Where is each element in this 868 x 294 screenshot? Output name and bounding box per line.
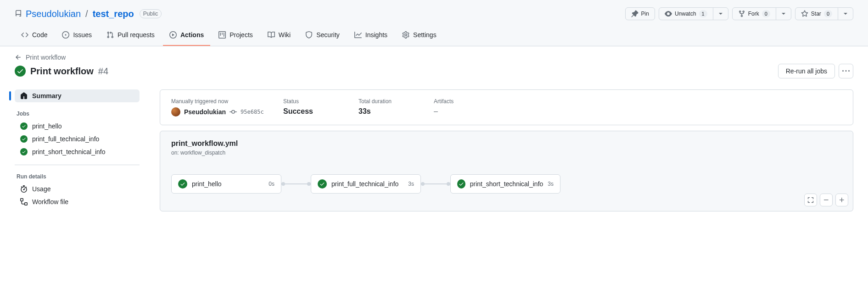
workflow-file-name[interactable]: print_workflow.yml bbox=[171, 139, 842, 148]
sidebar-item-label: print_short_technical_info bbox=[32, 148, 106, 155]
back-link[interactable]: Print workflow bbox=[26, 54, 66, 61]
repo-title: Pseudolukian / test_repo Public bbox=[15, 9, 162, 19]
actions-icon bbox=[169, 31, 177, 39]
job-duration: 3s bbox=[408, 181, 414, 187]
insights-icon bbox=[354, 31, 362, 39]
fork-icon bbox=[738, 10, 745, 17]
tab-issues[interactable]: Issues bbox=[56, 28, 98, 46]
job-name: print_hello bbox=[192, 180, 264, 188]
repo-name-link[interactable]: test_repo bbox=[93, 9, 134, 19]
repo-header: Pseudolukian / test_repo Public Pin Unwa… bbox=[0, 0, 868, 46]
job-card-print-hello[interactable]: print_hello 0s bbox=[171, 174, 281, 194]
summary-panel: Manually triggered now Pseudolukian 95e6… bbox=[160, 89, 853, 125]
zoom-controls bbox=[804, 194, 848, 206]
tab-code[interactable]: Code bbox=[15, 28, 54, 46]
run-details-heading: Run details bbox=[15, 173, 140, 180]
run-number: #4 bbox=[98, 66, 108, 77]
pin-button[interactable]: Pin bbox=[625, 7, 655, 20]
divider bbox=[15, 165, 140, 165]
duration-value: 33s bbox=[358, 107, 423, 116]
sidebar-job-print-full-technical-info[interactable]: print_full_technical_info bbox=[15, 133, 140, 145]
job-graph[interactable]: print_hello 0s print_full_technical_info… bbox=[171, 174, 842, 194]
unwatch-button[interactable]: Unwatch 1 bbox=[659, 7, 713, 20]
actor-link[interactable]: Pseudolukian bbox=[184, 108, 226, 116]
commit-sha-link[interactable]: 95e685c bbox=[241, 109, 264, 115]
zoom-in-button[interactable] bbox=[835, 194, 848, 206]
rerun-all-jobs-button[interactable]: Re-run all jobs bbox=[778, 64, 835, 78]
job-card-print-full-technical-info[interactable]: print_full_technical_info 3s bbox=[311, 174, 421, 194]
arrow-left-icon[interactable] bbox=[15, 54, 22, 61]
sidebar-summary[interactable]: Summary bbox=[15, 89, 140, 102]
tab-security[interactable]: Security bbox=[299, 28, 346, 46]
zoom-out-button[interactable] bbox=[820, 194, 833, 206]
plus-icon bbox=[839, 196, 845, 204]
check-icon bbox=[318, 179, 327, 189]
star-menu-button[interactable] bbox=[838, 7, 853, 20]
job-duration: 0s bbox=[269, 181, 274, 187]
visibility-badge: Public bbox=[140, 9, 162, 18]
check-icon bbox=[457, 179, 465, 189]
pin-icon bbox=[631, 10, 638, 17]
duration-label: Total duration bbox=[358, 98, 423, 105]
artifacts-label: Artifacts bbox=[434, 98, 498, 105]
minus-icon bbox=[823, 196, 829, 204]
tab-actions[interactable]: Actions bbox=[163, 28, 210, 46]
sidebar-job-print-short-technical-info[interactable]: print_short_technical_info bbox=[15, 145, 140, 158]
usage-link[interactable]: Usage bbox=[15, 183, 140, 195]
repo-icon bbox=[15, 10, 22, 17]
avatar[interactable] bbox=[171, 107, 180, 116]
star-count: 0 bbox=[824, 10, 832, 17]
watch-menu-button[interactable] bbox=[713, 7, 728, 20]
kebab-icon bbox=[842, 67, 850, 75]
tab-settings[interactable]: Settings bbox=[396, 28, 443, 46]
eye-icon bbox=[665, 10, 672, 17]
job-card-print-short-technical-info[interactable]: print_short_technical_info 3s bbox=[450, 174, 560, 194]
repo-nav: Code Issues Pull requests Actions Projec… bbox=[15, 28, 853, 46]
check-icon bbox=[178, 179, 187, 189]
trigger-label: Manually triggered now bbox=[171, 98, 272, 105]
check-icon bbox=[20, 148, 28, 155]
code-icon bbox=[21, 31, 28, 39]
status-label: Status bbox=[283, 98, 347, 105]
wiki-icon bbox=[268, 31, 275, 39]
run-title: Print workflow bbox=[30, 66, 94, 77]
chevron-down-icon bbox=[782, 13, 785, 15]
tab-wiki[interactable]: Wiki bbox=[261, 28, 297, 46]
check-icon bbox=[20, 135, 28, 143]
fullscreen-icon bbox=[807, 196, 814, 204]
chevron-down-icon bbox=[844, 13, 847, 15]
fork-button[interactable]: Fork 0 bbox=[732, 7, 776, 20]
run-menu-button[interactable] bbox=[839, 64, 853, 78]
job-name: print_short_technical_info bbox=[470, 180, 543, 188]
repo-owner-link[interactable]: Pseudolukian bbox=[26, 9, 81, 19]
repo-actions: Pin Unwatch 1 Fork 0 bbox=[625, 7, 853, 20]
sidebar-job-print-hello[interactable]: print_hello bbox=[15, 120, 140, 133]
sidebar-item-label: print_hello bbox=[32, 122, 62, 130]
fork-count: 0 bbox=[762, 10, 770, 17]
watch-count: 1 bbox=[699, 10, 707, 17]
job-duration: 3s bbox=[548, 181, 554, 187]
projects-icon bbox=[218, 31, 226, 39]
tab-pull-requests[interactable]: Pull requests bbox=[100, 28, 161, 46]
tab-insights[interactable]: Insights bbox=[348, 28, 394, 46]
sidebar-item-label: Workflow file bbox=[32, 198, 68, 205]
jobs-heading: Jobs bbox=[15, 111, 140, 117]
workflow-icon bbox=[20, 198, 28, 205]
artifacts-value: – bbox=[434, 107, 498, 116]
status-value: Success bbox=[283, 107, 347, 116]
chevron-down-icon bbox=[719, 13, 722, 15]
sidebar-item-label: print_full_technical_info bbox=[32, 135, 99, 143]
fork-menu-button[interactable] bbox=[776, 7, 791, 20]
tab-projects[interactable]: Projects bbox=[212, 28, 259, 46]
graph-connector bbox=[423, 183, 448, 184]
home-icon bbox=[20, 92, 28, 100]
workflow-file-link[interactable]: Workflow file bbox=[15, 195, 140, 208]
star-icon bbox=[801, 10, 808, 17]
sidebar-item-label: Usage bbox=[32, 185, 50, 193]
graph-connector bbox=[283, 183, 309, 184]
fullscreen-button[interactable] bbox=[804, 194, 817, 206]
workflow-trigger: on: workflow_dispatch bbox=[171, 150, 842, 156]
run-status-icon bbox=[15, 66, 26, 77]
star-button[interactable]: Star 0 bbox=[795, 7, 838, 20]
check-icon bbox=[20, 122, 28, 130]
